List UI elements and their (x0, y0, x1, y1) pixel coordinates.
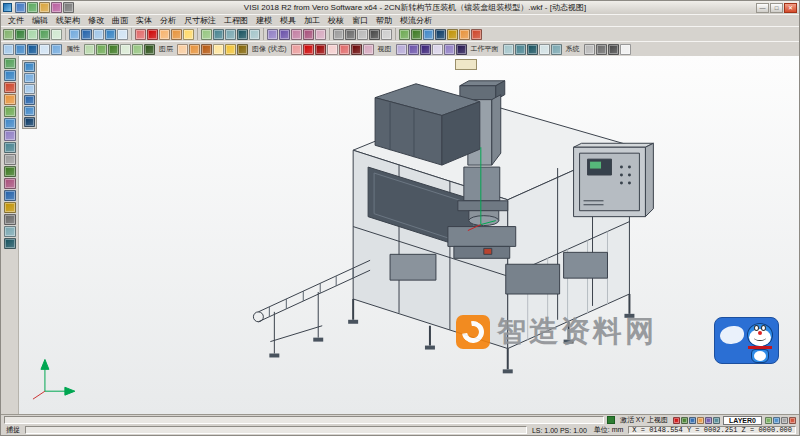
toolbar-icon[interactable] (225, 44, 236, 55)
toolbar-icon[interactable] (681, 417, 688, 424)
toolbar-icon[interactable] (4, 118, 16, 129)
toolbar-icon[interactable] (213, 29, 224, 40)
toolbar-icon[interactable] (27, 29, 38, 40)
toolbar-icon[interactable] (201, 29, 212, 40)
toolbar-icon[interactable] (345, 29, 356, 40)
menu-item[interactable]: 实体 (132, 15, 156, 26)
toolbar-icon[interactable] (24, 117, 35, 127)
toolbar-icon[interactable] (39, 2, 50, 13)
maximize-button[interactable]: □ (770, 3, 783, 13)
toolbar-icon[interactable] (689, 417, 696, 424)
toolbar-icon[interactable] (3, 29, 14, 40)
toolbar-icon[interactable] (765, 417, 772, 424)
units-label[interactable]: 单位: mm (592, 425, 626, 435)
toolbar-icon[interactable] (339, 44, 350, 55)
toolbar-icon[interactable] (171, 29, 182, 40)
minimize-button[interactable]: — (756, 3, 769, 13)
toolbar-icon[interactable] (423, 29, 434, 40)
toolbar-icon[interactable] (177, 44, 188, 55)
menu-item[interactable]: 校核 (324, 15, 348, 26)
toolbar-icon[interactable] (15, 2, 26, 13)
toolbar-icon[interactable] (93, 29, 104, 40)
toolbar-icon[interactable] (4, 238, 16, 249)
active-view-label[interactable]: 激活 XY 上视图 (618, 415, 670, 425)
toolbar-icon[interactable] (4, 214, 16, 225)
toolbar-icon[interactable] (4, 70, 16, 81)
toolbar-icon[interactable] (267, 29, 278, 40)
menu-item[interactable]: 尺寸标注 (180, 15, 220, 26)
toolbar-icon[interactable] (24, 73, 35, 83)
menu-item[interactable]: 文件 (4, 15, 28, 26)
toolbar-icon[interactable] (4, 226, 16, 237)
toolbar-icon[interactable] (279, 29, 290, 40)
toolbar-icon[interactable] (620, 44, 631, 55)
toolbar-icon[interactable] (608, 44, 619, 55)
toolbar-icon[interactable] (420, 44, 431, 55)
menu-item[interactable]: 线架构 (52, 15, 84, 26)
toolbar-icon[interactable] (4, 142, 16, 153)
viewport-3d[interactable]: 智造资料网 (19, 56, 799, 414)
toolbar-icon[interactable] (4, 178, 16, 189)
toolbar-icon[interactable] (584, 44, 595, 55)
toolbar-icon[interactable] (551, 44, 562, 55)
toolbar-icon[interactable] (459, 29, 470, 40)
toolbar-icon[interactable] (237, 44, 248, 55)
toolbar-icon[interactable] (105, 29, 116, 40)
toolbar-icon[interactable] (363, 44, 374, 55)
toolbar-icon[interactable] (24, 62, 35, 72)
toolbar-icon[interactable] (4, 166, 16, 177)
toolbar-icon[interactable] (471, 29, 482, 40)
toolbar-icon[interactable] (117, 29, 128, 40)
menu-item[interactable]: 修改 (84, 15, 108, 26)
toolbar-icon[interactable] (357, 29, 368, 40)
toolbar-icon[interactable] (515, 44, 526, 55)
toolbar-icon[interactable] (24, 95, 35, 105)
toolbar-icon[interactable] (4, 58, 16, 69)
toolbar-icon[interactable] (303, 44, 314, 55)
toolbar-icon[interactable] (27, 2, 38, 13)
toolbar-icon[interactable] (4, 154, 16, 165)
toolbar-icon[interactable] (51, 29, 62, 40)
toolbar-icon[interactable] (144, 44, 155, 55)
toolbar-icon[interactable] (27, 44, 38, 55)
toolbar-icon[interactable] (408, 44, 419, 55)
toolbar-icon[interactable] (444, 44, 455, 55)
snap-label[interactable]: 捕捉 (4, 425, 22, 435)
toolbar-icon[interactable] (4, 130, 16, 141)
toolbar-icon[interactable] (183, 29, 194, 40)
close-button[interactable]: ✕ (784, 3, 797, 13)
toolbar-icon[interactable] (39, 29, 50, 40)
toolbar-icon[interactable] (432, 44, 443, 55)
toolbar-icon[interactable] (189, 44, 200, 55)
toolbar-icon[interactable] (213, 44, 224, 55)
toolbar-icon[interactable] (291, 29, 302, 40)
toolbar-icon[interactable] (135, 29, 146, 40)
toolbar-icon[interactable] (315, 29, 326, 40)
menu-item[interactable]: 窗口 (348, 15, 372, 26)
toolbar-icon[interactable] (4, 94, 16, 105)
toolbar-icon[interactable] (781, 417, 788, 424)
toolbar-icon[interactable] (96, 44, 107, 55)
toolbar-icon[interactable] (789, 417, 796, 424)
toolbar-icon[interactable] (81, 29, 92, 40)
toolbar-icon[interactable] (4, 190, 16, 201)
toolbar-icon[interactable] (773, 417, 780, 424)
toolbar-icon[interactable] (697, 417, 704, 424)
toolbar-icon[interactable] (237, 29, 248, 40)
toolbar-icon[interactable] (225, 29, 236, 40)
toolbar-icon[interactable] (411, 29, 422, 40)
toolbar-icon[interactable] (315, 44, 326, 55)
toolbar-icon[interactable] (327, 44, 338, 55)
toolbar-icon[interactable] (4, 106, 16, 117)
menu-item[interactable]: 建模 (252, 15, 276, 26)
toolbar-icon[interactable] (435, 29, 446, 40)
toolbar-icon[interactable] (51, 2, 62, 13)
toolbar-icon[interactable] (673, 417, 680, 424)
menu-item[interactable]: 工程图 (220, 15, 252, 26)
toolbar-icon[interactable] (503, 44, 514, 55)
toolbar-icon[interactable] (456, 44, 467, 55)
toolbar-icon[interactable] (201, 44, 212, 55)
toolbar-icon[interactable] (249, 29, 260, 40)
menu-item[interactable]: 加工 (300, 15, 324, 26)
toolbar-icon[interactable] (159, 29, 170, 40)
